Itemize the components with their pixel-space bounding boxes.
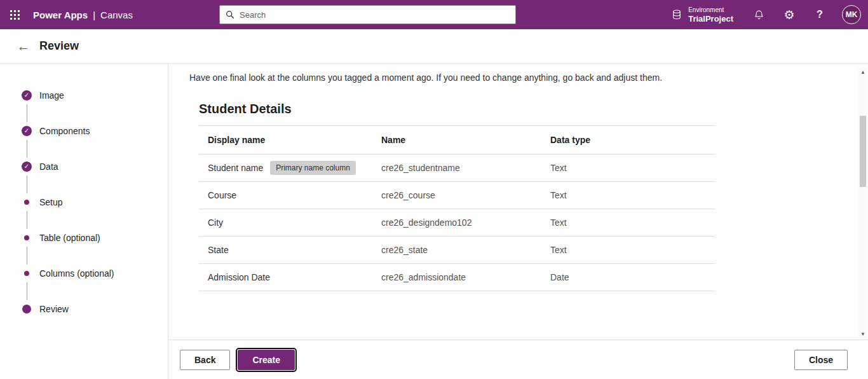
scroll-track[interactable] <box>858 76 867 329</box>
table-section-title: Student Details <box>199 102 843 116</box>
step-complete-icon: ✓ <box>22 126 32 136</box>
topbar-actions: Environment TrialProject ⚙ ? MK <box>661 0 868 29</box>
review-intro-text: Have one final look at the columns you t… <box>189 72 843 83</box>
search-input[interactable] <box>240 10 510 20</box>
cell-display-name: Admission Date <box>199 272 372 282</box>
back-arrow-icon: ← <box>17 39 31 53</box>
cell-name: cre26_state <box>372 245 541 255</box>
step-pending-icon <box>22 268 32 279</box>
environment-icon <box>671 9 682 20</box>
cell-name: cre26_studentname <box>372 163 541 173</box>
display-name-text: Student name <box>208 163 263 173</box>
scroll-down-arrow[interactable]: ▼ <box>858 329 867 338</box>
vertical-scrollbar[interactable]: ▲ ▼ <box>858 67 867 338</box>
app-launcher-button[interactable] <box>0 0 29 29</box>
scroll-up-arrow[interactable]: ▲ <box>858 67 867 76</box>
step-complete-icon: ✓ <box>22 90 32 100</box>
step-label: Columns (optional) <box>39 268 114 279</box>
app-subtitle: Canvas <box>100 10 133 20</box>
environment-label: Environment <box>688 6 733 14</box>
avatar-initials: MK <box>846 10 858 19</box>
search-icon <box>226 10 234 19</box>
sidebar-step-setup[interactable]: Setup <box>22 196 168 209</box>
step-current-icon <box>22 304 32 314</box>
columns-review-table: Display name Name Data type Student name… <box>199 125 715 291</box>
step-connector <box>27 211 27 229</box>
step-connector <box>27 140 27 158</box>
bell-icon <box>754 10 764 20</box>
notifications-button[interactable] <box>743 0 774 29</box>
back-button[interactable]: Back <box>180 350 230 370</box>
table-header-row: Display name Name Data type <box>199 125 715 155</box>
title-separator: | <box>93 10 95 20</box>
step-connector <box>27 176 27 193</box>
step-connector <box>27 104 27 122</box>
step-pending-icon <box>22 233 32 243</box>
step-label: Image <box>39 90 64 100</box>
app-title-group: Power Apps | Canvas <box>33 10 133 20</box>
cell-name: cre26_course <box>372 190 541 200</box>
cell-display-name: Course <box>199 190 372 200</box>
search-box[interactable] <box>219 5 516 24</box>
cell-data-type: Text <box>541 163 715 173</box>
cell-data-type: Date <box>541 272 715 282</box>
environment-name: TrialProject <box>688 14 733 24</box>
step-label: Setup <box>39 197 63 207</box>
table-row: Admission Date cre26_admissiondate Date <box>199 264 715 291</box>
gear-icon: ⚙ <box>783 8 794 22</box>
sidebar-step-components[interactable]: ✓ Components <box>22 125 168 137</box>
table-row: State cre26_state Text <box>199 237 715 264</box>
review-content: Have one final look at the columns you t… <box>168 64 868 340</box>
avatar[interactable]: MK <box>842 5 861 24</box>
create-button[interactable]: Create <box>238 350 295 370</box>
settings-button[interactable]: ⚙ <box>774 0 804 29</box>
step-connector <box>27 247 27 265</box>
step-label: Table (optional) <box>39 233 100 243</box>
cell-data-type: Text <box>541 245 715 255</box>
primary-name-badge: Primary name column <box>270 161 356 175</box>
header-data-type: Data type <box>541 135 715 145</box>
waffle-icon <box>10 10 20 20</box>
app-title[interactable]: Power Apps <box>33 10 88 20</box>
wizard-steps-sidebar: ✓ Image ✓ Components ✓ Data Setup Tabl <box>0 64 168 379</box>
step-label: Review <box>39 304 69 314</box>
top-app-bar: Power Apps | Canvas Environment TrialPro <box>0 0 868 29</box>
scroll-thumb[interactable] <box>860 116 866 187</box>
table-row: City cre26_designdemo102 Text <box>199 209 715 237</box>
power-apps-window: Power Apps | Canvas Environment TrialPro <box>0 0 868 379</box>
step-label: Data <box>39 162 58 172</box>
cell-display-name: State <box>199 245 372 255</box>
cell-name: cre26_designdemo102 <box>372 217 541 228</box>
environment-picker[interactable]: Environment TrialProject <box>661 0 743 29</box>
page-header: ← Review <box>0 29 868 64</box>
cell-name: cre26_admissiondate <box>372 272 541 282</box>
table-row: Student name Primary name column cre26_s… <box>199 155 715 182</box>
close-button[interactable]: Close <box>794 350 848 370</box>
main-panel: Have one final look at the columns you t… <box>168 64 868 379</box>
help-button[interactable]: ? <box>804 0 835 29</box>
sidebar-step-data[interactable]: ✓ Data <box>22 160 168 173</box>
cell-data-type: Text <box>541 217 715 228</box>
page-body: ✓ Image ✓ Components ✓ Data Setup Tabl <box>0 64 868 379</box>
page-title: Review <box>39 39 79 53</box>
wizard-footer: Back Create Close <box>168 340 868 379</box>
cell-display-name: Student name Primary name column <box>199 161 372 175</box>
back-arrow-button[interactable]: ← <box>11 39 36 53</box>
help-icon: ? <box>817 9 823 20</box>
cell-display-name: City <box>199 217 372 228</box>
sidebar-step-table[interactable]: Table (optional) <box>22 231 168 244</box>
environment-text: Environment TrialProject <box>688 6 733 24</box>
sidebar-step-image[interactable]: ✓ Image <box>22 89 168 102</box>
sidebar-step-review[interactable]: Review <box>22 303 168 315</box>
step-connector <box>27 282 27 300</box>
step-pending-icon <box>22 197 32 207</box>
header-display-name: Display name <box>199 135 372 145</box>
cell-data-type: Text <box>541 190 715 200</box>
table-row: Course cre26_course Text <box>199 182 715 209</box>
header-name: Name <box>372 135 541 145</box>
step-complete-icon: ✓ <box>22 162 32 172</box>
sidebar-step-columns[interactable]: Columns (optional) <box>22 267 168 280</box>
step-label: Components <box>39 126 90 136</box>
